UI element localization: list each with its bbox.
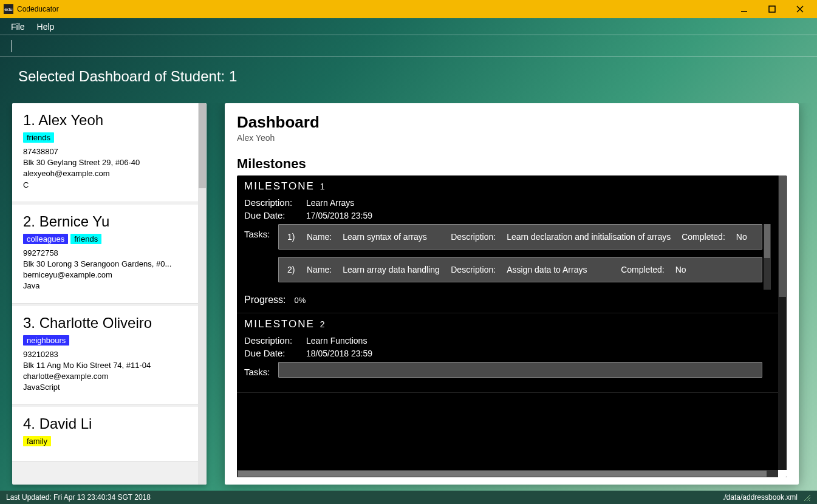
tag-row: colleaguesfriends	[23, 234, 187, 244]
dashboard-student-name: Alex Yeoh	[237, 133, 787, 143]
student-phone: 99272758	[23, 248, 187, 259]
student-card[interactable]: 3. Charlotte Oliveironeighbours93210283B…	[12, 306, 198, 405]
task-row: 2)Name:Learn array data handlingDescript…	[278, 257, 762, 282]
student-card[interactable]: 1. Alex Yeohfriends87438807Blk 30 Geylan…	[12, 103, 198, 202]
due-date-value: 17/05/2018 23:59	[306, 211, 372, 220]
task-desc-label: Description:	[451, 265, 496, 274]
description-label: Description:	[244, 335, 299, 346]
tag-row: friends	[23, 132, 187, 143]
maximize-button[interactable]	[765, 2, 779, 16]
student-card[interactable]: 2. Bernice Yucolleaguesfriends99272758Bl…	[12, 205, 198, 304]
milestone-scrollbar-thumb-horizontal[interactable]	[238, 471, 767, 477]
student-phone: 93210283	[23, 349, 187, 360]
student-list: 1. Alex Yeohfriends87438807Blk 30 Geylan…	[12, 103, 198, 464]
student-address: Blk 30 Geylang Street 29, #06-40	[23, 157, 187, 168]
milestone-title: MILESTONE 2	[244, 318, 771, 330]
milestone: MILESTONE 1Description:Learn ArraysDue D…	[237, 175, 778, 313]
status-right: ./data/addressbook.xml	[722, 493, 811, 502]
due-date-label: Due Date:	[244, 210, 299, 220]
close-button[interactable]	[793, 2, 807, 16]
task-area: Tasks:	[244, 362, 771, 385]
menubar: File Help	[0, 18, 817, 35]
progress-value: 0%	[294, 296, 306, 305]
scrollbar-vertical[interactable]	[198, 103, 207, 485]
tag-neighbours: neighbours	[23, 335, 69, 346]
student-phone: 87438807	[23, 146, 187, 157]
app-body: File Help Selected Dashboard of Student:…	[0, 18, 817, 504]
progress-label: Progress:	[244, 295, 285, 305]
milestone-scrollbar-horizontal[interactable]	[237, 470, 778, 477]
task-name-label: Name:	[307, 265, 332, 274]
description-value: Learn Functions	[306, 336, 367, 346]
student-list-viewport: 1. Alex Yeohfriends87438807Blk 30 Geylan…	[12, 103, 207, 485]
task-name-value: Learn syntax of arrays	[343, 232, 440, 242]
tag-family: family	[23, 436, 51, 446]
task-row	[278, 362, 762, 378]
task-area: Tasks:1)Name:Learn syntax of arraysDescr…	[244, 224, 771, 290]
student-name: 2. Bernice Yu	[23, 213, 187, 230]
milestone-scrollbar-vertical[interactable]	[778, 175, 787, 477]
task-completed-value: No	[736, 232, 747, 242]
student-sidebar: 1. Alex Yeohfriends87438807Blk 30 Geylan…	[12, 103, 207, 485]
task-name-label: Name:	[307, 232, 332, 242]
task-list	[278, 362, 771, 385]
dashboard-title: Dashboard	[237, 113, 787, 132]
tasks-label: Tasks:	[244, 224, 272, 290]
student-email: charlotte@example.com	[23, 371, 187, 382]
svg-line-6	[809, 500, 810, 501]
student-name: 1. Alex Yeoh	[23, 112, 187, 129]
window-title: Codeducator	[17, 5, 737, 13]
student-card[interactable]: 4. David Lifamily	[12, 407, 198, 461]
scrollbar-corner	[778, 470, 787, 477]
student-address: Blk 11 Ang Mo Kio Street 74, #11-04	[23, 360, 187, 371]
student-name: 4. David Li	[23, 415, 187, 432]
statusbar: Last Updated: Fri Apr 13 23:40:34 SGT 20…	[0, 491, 817, 504]
window-titlebar: edu Codeducator	[0, 0, 817, 18]
milestone: MILESTONE 2Description:Learn FunctionsDu…	[237, 313, 778, 393]
task-completed-label: Completed:	[682, 232, 725, 242]
status-filepath: ./data/addressbook.xml	[722, 493, 798, 502]
task-completed-value: No	[675, 265, 686, 274]
scrollbar-thumb[interactable]	[199, 103, 206, 188]
description-label: Description:	[244, 197, 299, 208]
milestone-list: MILESTONE 1Description:Learn ArraysDue D…	[237, 175, 778, 470]
student-name: 3. Charlotte Oliveiro	[23, 315, 187, 332]
student-language: JavaScript	[23, 382, 187, 393]
content-row: 1. Alex Yeohfriends87438807Blk 30 Geylan…	[0, 103, 817, 491]
tag-colleagues: colleagues	[23, 234, 68, 244]
milestone-title: MILESTONE 1	[244, 180, 771, 192]
student-address: Blk 30 Lorong 3 Serangoon Gardens, #0...	[23, 259, 187, 270]
resize-grip-icon[interactable]	[802, 493, 811, 502]
due-date-label: Due Date:	[244, 348, 299, 358]
command-bar[interactable]	[0, 35, 817, 57]
task-completed-label: Completed:	[621, 265, 665, 274]
milestones-heading: Milestones	[237, 156, 787, 172]
task-scrollbar-thumb[interactable]	[764, 224, 770, 258]
milestone-area: MILESTONE 1Description:Learn ArraysDue D…	[237, 175, 787, 477]
task-row: 1)Name:Learn syntax of arraysDescription…	[278, 224, 762, 250]
milestone-scrollbar-thumb-vertical[interactable]	[779, 175, 786, 297]
text-cursor	[11, 40, 12, 52]
task-scrollbar-vertical[interactable]	[764, 224, 771, 290]
tag-friends: friends	[23, 132, 54, 143]
task-desc-label: Description:	[451, 232, 496, 242]
svg-rect-1	[769, 6, 775, 12]
task-desc-value: Learn declaration and initialisation of …	[507, 232, 671, 242]
task-index: 2)	[287, 265, 296, 274]
tag-row: family	[23, 436, 187, 446]
app-icon: edu	[4, 4, 13, 14]
due-date-value: 18/05/2018 23:59	[306, 349, 372, 358]
menu-help[interactable]: Help	[37, 22, 55, 32]
student-language: C	[23, 180, 187, 191]
dashboard-panel: Dashboard Alex Yeoh Milestones MILESTONE…	[225, 103, 799, 485]
student-email: alexyeoh@example.com	[23, 168, 187, 179]
page-header: Selected Dashboard of Student: 1	[0, 57, 817, 103]
task-index: 1)	[287, 232, 296, 242]
tag-row: neighbours	[23, 335, 187, 346]
tasks-label: Tasks:	[244, 362, 272, 385]
status-last-updated: Last Updated: Fri Apr 13 23:40:34 SGT 20…	[6, 493, 151, 502]
task-list: 1)Name:Learn syntax of arraysDescription…	[278, 224, 771, 290]
task-desc-value: Assign data to Arrays	[507, 265, 610, 274]
minimize-button[interactable]	[737, 2, 751, 16]
menu-file[interactable]: File	[11, 22, 25, 32]
